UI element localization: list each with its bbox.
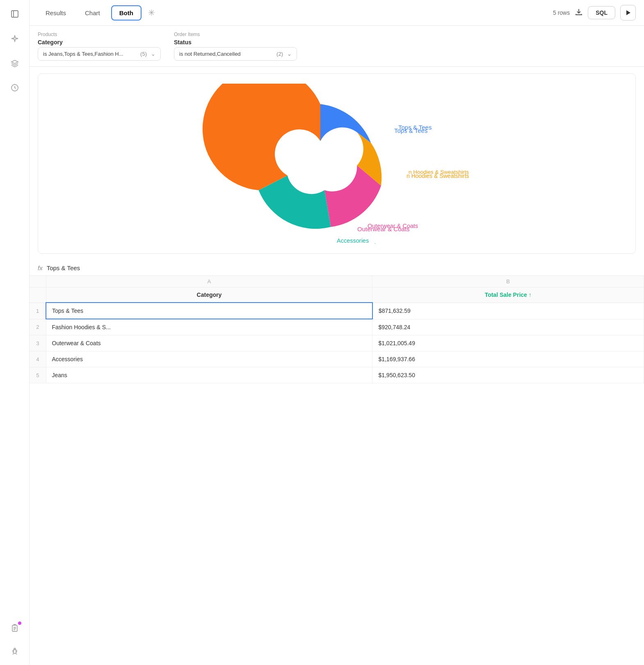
row-number: 1 <box>30 303 46 319</box>
svg-line-12 <box>13 654 14 654</box>
filter-status-select[interactable]: is not Returned,Cancelled (2) ⌄ <box>174 47 297 61</box>
chart-label-accessories: Accessories <box>337 237 369 244</box>
toolbar-right: 5 rows SQL <box>553 5 636 20</box>
cell-category[interactable]: Outerwear & Coats <box>46 335 372 351</box>
filter-status-field: Status <box>174 39 297 46</box>
filter-category-chevron: ⌄ <box>151 51 155 57</box>
row-num-col-header <box>30 276 46 287</box>
formula-bar: fx Tops & Tees <box>30 260 644 276</box>
download-button[interactable] <box>575 8 583 18</box>
table-row: 1Tops & Tees$871,632.59 <box>30 303 644 319</box>
category-col-header: Category <box>46 287 372 303</box>
row-num-field-header <box>30 287 46 303</box>
chart-center <box>296 141 345 190</box>
tab-chart[interactable]: Chart <box>77 6 108 20</box>
table-row: 4Accessories$1,169,937.66 <box>30 351 644 367</box>
filter-status-count: (2) <box>276 51 283 57</box>
col-b-header: B <box>372 276 644 287</box>
layers-icon[interactable] <box>7 56 22 71</box>
toolbar: Results Chart Both ✳ 5 rows SQL <box>30 0 644 26</box>
row-number: 5 <box>30 367 46 383</box>
chart-label-hoodies: n Hoodies & Sweatshirts <box>409 169 469 175</box>
label-jeans: Jeans <box>238 160 255 167</box>
clock-icon[interactable] <box>7 80 22 95</box>
svg-point-7 <box>14 648 16 650</box>
cell-price: $1,169,937.66 <box>372 351 644 367</box>
tab-both[interactable]: Both <box>111 5 142 20</box>
chart-label-jeans: Jeans <box>234 154 251 161</box>
table-body: 1Tops & Tees$871,632.592Fashion Hoodies … <box>30 303 644 383</box>
svg-marker-14 <box>626 10 630 15</box>
cell-category[interactable]: Fashion Hoodies & S... <box>46 319 372 335</box>
filter-status-source: Order Items <box>174 32 297 37</box>
price-col-header: Total Sale Price ↑ <box>372 287 644 303</box>
chart-label-outerwear: Outerwear & Coats <box>368 223 418 229</box>
cell-category[interactable]: Tops & Tees <box>46 303 372 319</box>
filters-bar: Products Category is Jeans,Tops & Tees,F… <box>30 26 644 67</box>
sparkle-icon[interactable] <box>7 31 22 46</box>
chart-label-tops-tees: Tops & Tees <box>398 124 432 131</box>
filter-category-source: Products <box>38 32 161 37</box>
rows-count: 5 rows <box>553 9 570 16</box>
filter-category-count: (5) <box>140 51 147 57</box>
row-number: 4 <box>30 351 46 367</box>
results-table-wrapper: A B Category Total Sale Price ↑ 1Tops & … <box>30 276 644 665</box>
tab-results[interactable]: Results <box>38 6 74 20</box>
table-row: 3Outerwear & Coats$1,021,005.49 <box>30 335 644 351</box>
fx-label: fx <box>38 264 43 271</box>
filter-category: Products Category is Jeans,Tops & Tees,F… <box>38 32 161 61</box>
filter-status-value: is not Returned,Cancelled <box>179 51 241 57</box>
cell-price: $920,748.24 <box>372 319 644 335</box>
cell-price: $1,950,623.50 <box>372 367 644 383</box>
chart-area: Tops & Tees n Hoodies & Sweatshirts Oute… <box>38 73 636 254</box>
svg-line-13 <box>16 654 17 654</box>
main-content: Results Chart Both ✳ 5 rows SQL Products… <box>30 0 644 665</box>
table-row: 2Fashion Hoodies & S...$920,748.24 <box>30 319 644 335</box>
sql-button[interactable]: SQL <box>588 6 615 19</box>
panel-icon[interactable] <box>7 7 22 21</box>
col-header-row: A B <box>30 276 644 287</box>
results-table: A B Category Total Sale Price ↑ 1Tops & … <box>30 276 644 383</box>
cell-category[interactable]: Jeans <box>46 367 372 383</box>
bug-icon[interactable] <box>7 644 22 658</box>
filter-category-select[interactable]: is Jeans,Tops & Tees,Fashion H... (5) ⌄ <box>38 47 161 61</box>
formula-value: Tops & Tees <box>47 264 80 271</box>
price-sort-label: Total Sale Price ↑ <box>485 292 532 298</box>
filter-category-value: is Jeans,Tops & Tees,Fashion H... <box>43 51 123 57</box>
cell-price: $871,632.59 <box>372 303 644 319</box>
cell-price: $1,021,005.49 <box>372 335 644 351</box>
row-number: 3 <box>30 335 46 351</box>
pie-chart: Tops & Tees n Hoodies & Sweatshirts Oute… <box>197 84 476 244</box>
table-row: 5Jeans$1,950,623.50 <box>30 367 644 383</box>
row-number: 2 <box>30 319 46 335</box>
cell-category[interactable]: Accessories <box>46 351 372 367</box>
filter-status: Order Items Status is not Returned,Cance… <box>174 32 297 61</box>
svg-rect-0 <box>11 11 18 17</box>
segment-tops[interactable] <box>320 104 371 143</box>
filter-status-chevron: ⌄ <box>287 51 292 57</box>
filter-category-field: Category <box>38 39 161 46</box>
clipboard-icon[interactable] <box>7 621 22 635</box>
sidebar <box>0 0 30 665</box>
run-button[interactable] <box>620 5 636 20</box>
asterisk-icon[interactable]: ✳ <box>145 6 159 20</box>
col-a-header: A <box>46 276 372 287</box>
field-header-row: Category Total Sale Price ↑ <box>30 287 644 303</box>
